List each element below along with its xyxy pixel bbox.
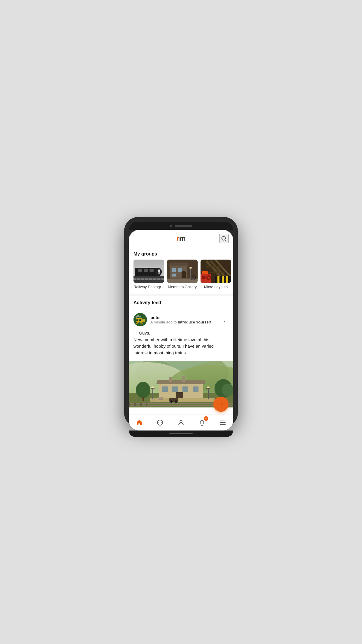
svg-marker-22 xyxy=(168,262,189,266)
post-meta: peter A minute ago to Introduce Yourself xyxy=(150,315,220,324)
svg-rect-74 xyxy=(162,386,168,392)
svg-rect-13 xyxy=(136,278,137,280)
camera-dot xyxy=(170,225,172,227)
svg-point-89 xyxy=(136,382,150,398)
svg-point-5 xyxy=(155,268,162,276)
logo-m: m xyxy=(179,234,186,243)
nav-menu[interactable] xyxy=(215,414,230,430)
svg-point-0 xyxy=(222,236,226,240)
post-header: peter A minute ago to Introduce Yourself… xyxy=(133,313,229,326)
app-content: rm My groups xyxy=(129,230,233,430)
fab-plus-icon: + xyxy=(219,400,223,408)
my-groups-title: My groups xyxy=(129,247,233,260)
post-time: A minute ago to Introduce Yourself xyxy=(150,320,220,324)
svg-point-7 xyxy=(158,272,160,274)
fab-button[interactable]: + xyxy=(213,397,229,412)
svg-rect-98 xyxy=(140,403,142,406)
svg-rect-18 xyxy=(156,278,157,280)
svg-rect-83 xyxy=(152,388,153,399)
post-card: peter A minute ago to Introduce Yourself… xyxy=(129,308,233,361)
svg-rect-57 xyxy=(139,319,141,321)
bottom-nav: 4 xyxy=(129,414,233,430)
logo-r: r xyxy=(176,234,179,243)
svg-point-93 xyxy=(222,384,233,396)
svg-rect-81 xyxy=(152,397,152,401)
app-logo: rm xyxy=(176,234,185,243)
nav-profile[interactable] xyxy=(173,414,189,430)
group-thumb-railway xyxy=(133,260,164,283)
phone-top-bar xyxy=(129,222,233,230)
post-author: peter xyxy=(150,315,220,320)
svg-marker-71 xyxy=(156,380,206,384)
activity-feed-section: Activity feed xyxy=(129,294,233,407)
svg-point-49 xyxy=(208,276,210,279)
group-item-railway[interactable]: Railway Photogr... xyxy=(133,260,164,289)
app-header: rm xyxy=(129,230,233,247)
nav-home[interactable] xyxy=(132,414,147,430)
phone-frame: rm My groups xyxy=(124,217,238,427)
chat-icon xyxy=(157,419,164,426)
svg-rect-25 xyxy=(172,274,176,276)
svg-rect-101 xyxy=(159,399,163,400)
scroll-area[interactable]: My groups xyxy=(129,247,233,414)
svg-point-62 xyxy=(139,316,141,318)
svg-point-106 xyxy=(159,422,159,423)
svg-rect-82 xyxy=(154,397,154,401)
notification-badge: 4 xyxy=(204,416,208,421)
group-item-members[interactable]: Members Gallery xyxy=(167,260,198,289)
svg-rect-43 xyxy=(219,276,222,283)
group-label-members: Members Gallery xyxy=(167,285,198,289)
svg-point-85 xyxy=(151,386,154,388)
home-indicator xyxy=(169,433,193,434)
post-body: Hi Guys. New member with a lifetime love… xyxy=(133,330,229,356)
svg-rect-42 xyxy=(215,276,217,283)
svg-rect-8 xyxy=(138,269,142,272)
phone-screen: rm My groups xyxy=(129,230,233,430)
svg-rect-97 xyxy=(134,403,136,406)
svg-rect-80 xyxy=(150,397,150,401)
svg-rect-23 xyxy=(172,268,176,272)
svg-point-109 xyxy=(180,420,182,423)
post-time-text: A minute ago to xyxy=(150,320,178,324)
svg-rect-32 xyxy=(167,279,198,283)
svg-line-1 xyxy=(225,240,226,241)
groups-row: Railway Photogr... xyxy=(129,260,233,294)
more-options-button[interactable]: ⋮ xyxy=(220,316,229,324)
svg-rect-16 xyxy=(148,278,149,280)
menu-icon xyxy=(219,419,226,426)
nav-chat[interactable] xyxy=(152,414,168,430)
svg-point-31 xyxy=(189,267,192,269)
svg-rect-72 xyxy=(169,377,172,382)
home-icon xyxy=(136,419,143,426)
svg-point-58 xyxy=(137,322,138,323)
post-group-link[interactable]: Introduce Yourself xyxy=(178,320,211,324)
group-item-micro[interactable]: Micro Layouts xyxy=(201,260,231,289)
svg-rect-19 xyxy=(160,278,161,280)
svg-rect-56 xyxy=(136,319,138,321)
svg-rect-100 xyxy=(158,397,163,399)
svg-rect-10 xyxy=(150,269,154,272)
svg-point-34 xyxy=(192,277,194,279)
svg-rect-17 xyxy=(152,278,153,280)
svg-rect-45 xyxy=(228,276,231,283)
svg-point-27 xyxy=(182,271,186,274)
search-icon xyxy=(221,235,227,242)
group-label-railway: Railway Photogr... xyxy=(133,285,164,289)
svg-rect-75 xyxy=(172,386,178,392)
svg-rect-44 xyxy=(224,276,226,283)
speaker-bar xyxy=(175,225,192,227)
svg-rect-76 xyxy=(182,386,188,392)
svg-rect-90 xyxy=(143,397,144,401)
group-thumb-members xyxy=(167,260,198,283)
nav-notifications[interactable]: 4 xyxy=(194,414,210,430)
svg-rect-14 xyxy=(140,278,141,280)
svg-rect-47 xyxy=(202,276,205,279)
svg-rect-9 xyxy=(144,269,148,272)
search-button[interactable] xyxy=(219,234,229,243)
svg-rect-86 xyxy=(208,388,209,399)
person-icon xyxy=(178,419,184,426)
svg-rect-24 xyxy=(178,268,182,272)
group-thumb-micro xyxy=(201,260,231,283)
svg-point-60 xyxy=(136,316,137,318)
svg-point-6 xyxy=(158,270,160,272)
